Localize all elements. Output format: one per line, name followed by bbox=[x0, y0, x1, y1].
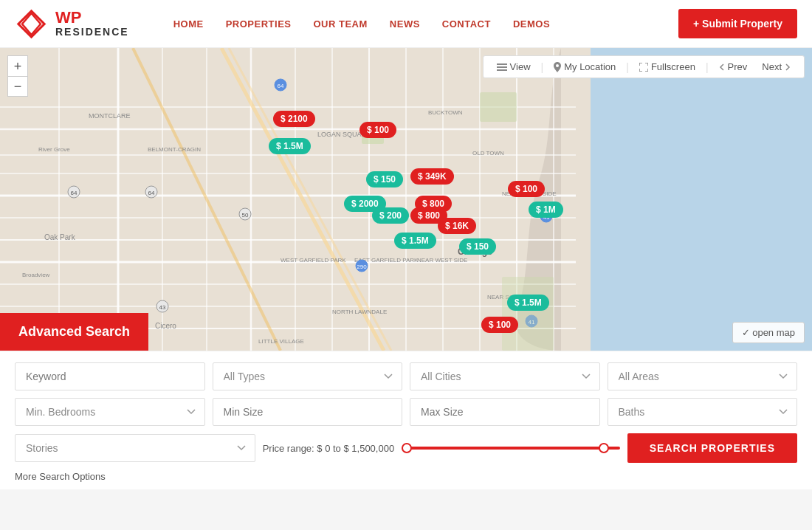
map-toolbar: View | My Location | Fullscreen | Prev N… bbox=[483, 55, 805, 78]
next-arrow-icon bbox=[785, 63, 791, 71]
svg-text:64: 64 bbox=[71, 190, 78, 196]
price-pin-p12[interactable]: $ 16K bbox=[438, 218, 476, 234]
price-pin-p3[interactable]: $ 1.5M bbox=[269, 138, 311, 154]
range-thumb-right[interactable] bbox=[599, 443, 609, 453]
svg-text:River Grove: River Grove bbox=[38, 146, 70, 153]
search-form: All TypesHouseApartmentVillaStudio All C… bbox=[0, 351, 812, 489]
price-pin-p14[interactable]: $ 150 bbox=[459, 238, 496, 255]
svg-text:WEST GARFIELD PARK: WEST GARFIELD PARK bbox=[281, 257, 346, 264]
svg-point-69 bbox=[556, 64, 559, 67]
search-row-3: Stories12345+ Price range: $ 0 to $ 1,50… bbox=[15, 433, 797, 463]
advanced-search-label[interactable]: Advanced Search bbox=[0, 313, 148, 351]
price-range-slider[interactable] bbox=[402, 441, 620, 455]
svg-text:NORTH LAWNDALE: NORTH LAWNDALE bbox=[332, 309, 387, 315]
map-background: MONTCLARE River Grove BELMONT-CRAGIN LOG… bbox=[0, 48, 812, 351]
nav-our-team[interactable]: OUR TEAM bbox=[313, 18, 367, 30]
map-fullscreen-button[interactable]: Fullscreen bbox=[635, 60, 700, 74]
map-zoom-controls: + − bbox=[7, 55, 28, 97]
price-pin-p9[interactable]: $ 200 bbox=[372, 207, 409, 224]
range-thumb-left[interactable] bbox=[402, 443, 412, 453]
location-pin-icon bbox=[554, 62, 561, 72]
logo[interactable]: WP RESIDENCE bbox=[15, 7, 129, 41]
map-prev-button[interactable]: Prev bbox=[715, 60, 752, 74]
svg-rect-66 bbox=[497, 63, 507, 65]
svg-text:LITTLE VILLAGE: LITTLE VILLAGE bbox=[258, 338, 304, 345]
map-container: MONTCLARE River Grove BELMONT-CRAGIN LOG… bbox=[0, 48, 812, 351]
logo-wp: WP bbox=[55, 10, 129, 26]
more-search-options-link[interactable]: More Search Options bbox=[15, 471, 106, 482]
svg-text:Oak Park: Oak Park bbox=[44, 233, 76, 241]
price-pin-p15[interactable]: $ 1.5M bbox=[507, 295, 549, 311]
svg-text:64: 64 bbox=[148, 190, 155, 196]
price-pin-p6[interactable]: $ 100 bbox=[508, 181, 545, 197]
svg-text:43: 43 bbox=[159, 304, 166, 311]
svg-rect-65 bbox=[502, 277, 554, 351]
svg-text:Cicero: Cicero bbox=[155, 322, 176, 330]
price-pin-p11[interactable]: $ 1M bbox=[529, 202, 563, 218]
map-my-location-button[interactable]: My Location bbox=[549, 60, 620, 74]
areas-select[interactable]: All AreasNorth SideSouth SideWest Side bbox=[608, 362, 798, 390]
submit-property-button[interactable]: + Submit Property bbox=[678, 9, 797, 38]
svg-text:MONTCLARE: MONTCLARE bbox=[89, 112, 131, 120]
svg-rect-67 bbox=[497, 66, 507, 68]
price-pin-p1[interactable]: $ 2100 bbox=[273, 111, 315, 127]
cities-select[interactable]: All CitiesChicagoNew YorkLos Angeles bbox=[410, 362, 600, 390]
prev-arrow-icon bbox=[719, 63, 725, 71]
bedrooms-select[interactable]: Min. Bedrooms12345+ bbox=[15, 398, 205, 426]
svg-text:BELMONT-CRAGIN: BELMONT-CRAGIN bbox=[148, 146, 201, 153]
nav-news[interactable]: NEWS bbox=[390, 18, 420, 30]
svg-rect-2 bbox=[561, 48, 812, 351]
search-properties-button[interactable]: SEARCH PROPERTIES bbox=[627, 433, 797, 463]
price-pin-p16[interactable]: $ 100 bbox=[481, 317, 518, 333]
svg-rect-68 bbox=[497, 69, 507, 71]
toolbar-sep-3: | bbox=[706, 61, 709, 73]
logo-residence: RESIDENCE bbox=[55, 26, 129, 38]
open-map-button[interactable]: ✓ open map bbox=[732, 322, 805, 343]
svg-text:OLD TOWN: OLD TOWN bbox=[472, 150, 504, 156]
price-pin-p2[interactable]: $ 100 bbox=[359, 122, 396, 138]
header: WP RESIDENCE HOME PROPERTIES OUR TEAM NE… bbox=[0, 0, 812, 48]
nav-properties[interactable]: PROPERTIES bbox=[226, 18, 292, 30]
logo-text: WP RESIDENCE bbox=[55, 10, 129, 38]
svg-text:50: 50 bbox=[242, 212, 249, 218]
toolbar-sep-2: | bbox=[626, 61, 629, 73]
fullscreen-icon bbox=[639, 63, 648, 72]
baths-select[interactable]: Baths12345+ bbox=[608, 398, 798, 426]
svg-rect-64 bbox=[480, 92, 517, 122]
search-row-1: All TypesHouseApartmentVillaStudio All C… bbox=[15, 362, 797, 390]
main-nav: HOME PROPERTIES OUR TEAM NEWS CONTACT DE… bbox=[173, 18, 678, 30]
stories-select[interactable]: Stories12345+ bbox=[15, 434, 255, 462]
price-range-label: Price range: $ 0 to $ 1,500,000 bbox=[263, 443, 395, 454]
nav-demos[interactable]: DEMOS bbox=[513, 18, 550, 30]
more-search-options-row: More Search Options bbox=[15, 470, 797, 482]
logo-icon bbox=[15, 7, 48, 41]
range-track bbox=[402, 447, 620, 450]
svg-text:BUCKTOWN: BUCKTOWN bbox=[428, 109, 463, 116]
nav-contact[interactable]: CONTACT bbox=[442, 18, 491, 30]
price-pin-p4[interactable]: $ 150 bbox=[366, 171, 403, 187]
zoom-in-button[interactable]: + bbox=[7, 55, 28, 76]
view-icon bbox=[497, 63, 507, 71]
nav-home[interactable]: HOME bbox=[173, 18, 204, 30]
map-view-button[interactable]: View bbox=[492, 60, 535, 74]
max-size-input[interactable] bbox=[410, 398, 600, 426]
keyword-input[interactable] bbox=[15, 362, 205, 390]
svg-text:Broadview: Broadview bbox=[22, 272, 50, 278]
svg-text:290: 290 bbox=[357, 264, 367, 270]
svg-text:NEAR WEST SIDE: NEAR WEST SIDE bbox=[417, 257, 467, 264]
type-select[interactable]: All TypesHouseApartmentVillaStudio bbox=[213, 362, 403, 390]
price-pin-p5[interactable]: $ 349K bbox=[410, 168, 454, 185]
map-next-button[interactable]: Next bbox=[757, 60, 795, 74]
search-row-2: Min. Bedrooms12345+ Baths12345+ bbox=[15, 398, 797, 426]
toolbar-sep-1: | bbox=[541, 61, 544, 73]
price-pin-p13[interactable]: $ 1.5M bbox=[394, 233, 436, 249]
zoom-out-button[interactable]: − bbox=[7, 76, 28, 97]
min-size-input[interactable] bbox=[213, 398, 403, 426]
svg-text:64: 64 bbox=[278, 83, 284, 89]
